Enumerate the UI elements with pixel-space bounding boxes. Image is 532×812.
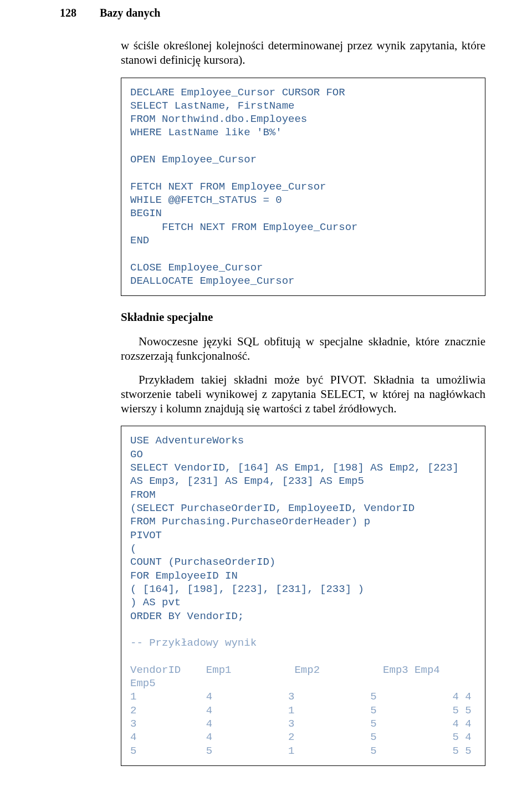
paragraph-sql-syntax: Nowoczesne języki SQL obfitują w specjal… [121,334,485,364]
intro-paragraph: w ściśle określonej kolejności determino… [121,38,485,68]
code-block-cursor: DECLARE Employee_Cursor CURSOR FOR SELEC… [121,78,485,297]
code-result-data: 1 4 3 5 4 4 2 4 1 5 5 5 3 4 3 5 4 4 4 4 … [130,691,472,757]
page-number: 128 [60,7,76,19]
code-pivot-query: USE AdventureWorks GO SELECT VendorID, [… [130,435,465,622]
paragraph-pivot: Przykładem takiej składni może być PIVOT… [121,372,485,416]
code-result-comment: -- Przykładowy wynik [130,637,257,649]
subheading-special-syntax: Składnie specjalne [121,310,485,324]
code-result-header: VendorID Emp1 Emp2 Emp3 Emp4 Emp5 [130,664,478,690]
page: 128 Bazy danych w ściśle określonej kole… [0,0,532,812]
running-header: 128 Bazy danych [60,7,485,19]
code-block-pivot: USE AdventureWorks GO SELECT VendorID, [… [121,426,485,766]
body-content: w ściśle określonej kolejności determino… [121,38,485,766]
section-title: Bazy danych [100,7,160,19]
